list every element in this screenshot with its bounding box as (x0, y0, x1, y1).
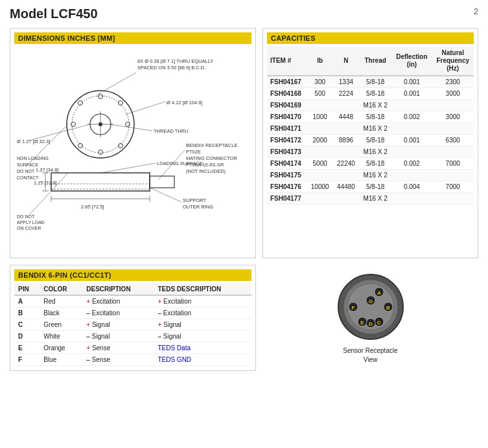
pin-teds: – Excitation (154, 308, 251, 319)
page-title: Model LCF450 (10, 6, 98, 21)
pin-pin: C (14, 319, 40, 331)
cap-n: 22240 (333, 158, 359, 170)
svg-point-10 (99, 150, 103, 155)
svg-text:BENDIX RECEPTACLE: BENDIX RECEPTACLE (186, 142, 237, 148)
cap-lb (307, 170, 333, 181)
svg-point-12 (71, 122, 76, 127)
svg-text:THREAD THRU: THREAD THRU (154, 128, 189, 134)
cap-row: FSH04168 500 2224 5/8-18 0.001 3000 (267, 88, 474, 100)
cap-freq (432, 146, 474, 158)
svg-text:E: E (360, 320, 364, 326)
svg-text:SURFACE: SURFACE (17, 162, 38, 167)
cap-thread: M16 X 2 (359, 193, 391, 205)
svg-text:F: F (351, 305, 354, 311)
pin-color: Orange (40, 342, 82, 354)
col-deflection: Deflection(in) (391, 47, 432, 76)
col-desc: DESCRIPTION (82, 284, 154, 295)
capacities-table: ITEM # lb N Thread Deflection(in) Natura… (267, 47, 474, 205)
svg-text:SPACED ON 3.50 [88.9] B.C.D.: SPACED ON 3.50 [88.9] B.C.D. (137, 65, 205, 71)
cap-thread: 5/8-18 (359, 158, 391, 170)
cap-deflection (391, 123, 432, 135)
pin-teds: – Signal (154, 331, 251, 342)
svg-text:CONTACT: CONTACT (17, 175, 39, 180)
cap-n: 8896 (333, 135, 359, 146)
cap-freq (432, 100, 474, 111)
cap-item: FSH04170 (267, 111, 307, 123)
cap-item: FSH04171 (267, 123, 307, 135)
svg-text:A: A (377, 290, 381, 296)
pin-row: C Green + Signal + Signal (14, 319, 251, 331)
cap-item: FSH04168 (267, 88, 307, 100)
bendix-header: BENDIX 6-PIN (CC1/CC1T) (14, 269, 251, 281)
cap-deflection (391, 193, 432, 205)
pin-teds: TEDS Data (154, 342, 251, 354)
cap-n (333, 170, 359, 181)
cap-deflection: 0.004 (391, 181, 432, 193)
dimensions-section: DIMENSIONS inches [mm] (10, 28, 256, 258)
capacities-section: CAPACITIES ITEM # lb N Thread Deflection… (262, 28, 478, 258)
sensor-diagram: A B C D E F G (335, 271, 406, 342)
cap-lb: 1000 (307, 111, 333, 123)
cap-deflection (391, 146, 432, 158)
bendix-section: BENDIX 6-PIN (CC1/CC1T) PIN COLOR DESCRI… (10, 265, 256, 371)
col-pin: PIN (14, 284, 40, 295)
cap-lb: 300 (307, 76, 333, 88)
svg-text:NON LOADING: NON LOADING (17, 156, 49, 161)
svg-text:2.85 [72.5]: 2.85 [72.5] (81, 204, 104, 210)
svg-line-26 (125, 102, 165, 115)
svg-text:LOADING SURFACE: LOADING SURFACE (157, 161, 203, 166)
cap-row: FSH04175 M16 X 2 (267, 170, 474, 181)
pin-desc: + Signal (82, 319, 154, 331)
cap-n: 44480 (333, 181, 359, 193)
pin-color: Red (40, 295, 82, 308)
col-thread: Thread (359, 47, 391, 76)
cap-item: FSH04177 (267, 193, 307, 205)
svg-text:Ø 4.12 [Ø 104.6]: Ø 4.12 [Ø 104.6] (167, 100, 202, 106)
sensor-view-section: A B C D E F G Sensor (262, 265, 478, 371)
cap-freq (432, 170, 474, 181)
svg-text:SUPPORT: SUPPORT (183, 197, 207, 203)
cap-freq (432, 123, 474, 135)
cap-n (333, 146, 359, 158)
pin-desc: – Sense (82, 354, 154, 366)
cap-deflection (391, 100, 432, 111)
cap-row: FSH04173 M16 X 2 (267, 146, 474, 158)
cap-freq: 3000 (432, 88, 474, 100)
dimensions-diagram: 8X Ø 0.28 [Ø 7.1] THRU EQUALLY SPACED ON… (16, 47, 250, 254)
cap-lb (307, 146, 333, 158)
cap-lb: 500 (307, 88, 333, 100)
pin-color: Black (40, 308, 82, 319)
cap-row: FSH04174 5000 22240 5/8-18 0.002 7000 (267, 158, 474, 170)
cap-item: FSH04172 (267, 135, 307, 146)
cap-n: 1334 (333, 76, 359, 88)
cap-deflection: 0.002 (391, 111, 432, 123)
svg-point-13 (78, 101, 83, 106)
cap-thread: 5/8-18 (359, 181, 391, 193)
svg-rect-16 (150, 176, 174, 188)
cap-lb (307, 123, 333, 135)
cap-deflection: 0.001 (391, 76, 432, 88)
pin-desc: – Signal (82, 331, 154, 342)
pin-pin: D (14, 331, 40, 342)
svg-point-7 (119, 101, 123, 106)
col-n: N (333, 47, 359, 76)
pin-pin: F (14, 354, 40, 366)
cap-deflection (391, 170, 432, 181)
cap-n (333, 123, 359, 135)
svg-line-44 (100, 163, 156, 173)
svg-text:8X Ø 0.28 [Ø 7.1] THRU EQUALLY: 8X Ø 0.28 [Ø 7.1] THRU EQUALLY (137, 58, 213, 64)
cap-lb (307, 100, 333, 111)
svg-text:1.37 [34.8]: 1.37 [34.8] (36, 167, 58, 173)
svg-point-6 (99, 95, 103, 99)
cap-thread: M16 X 2 (359, 146, 391, 158)
cap-thread: 5/8-18 (359, 135, 391, 146)
cap-row: FSH04172 2000 8896 5/8-18 0.001 6300 (267, 135, 474, 146)
cap-lb: 5000 (307, 158, 333, 170)
cap-freq: 7000 (432, 158, 474, 170)
svg-text:DO NOT: DO NOT (17, 169, 35, 174)
cap-lb: 10000 (307, 181, 333, 193)
svg-text:(NOT INCLUDED): (NOT INCLUDED) (186, 168, 226, 174)
svg-point-8 (126, 122, 130, 127)
pin-desc: + Sense (82, 342, 154, 354)
dimensions-svg: 8X Ø 0.28 [Ø 7.1] THRU EQUALLY SPACED ON… (16, 47, 250, 251)
